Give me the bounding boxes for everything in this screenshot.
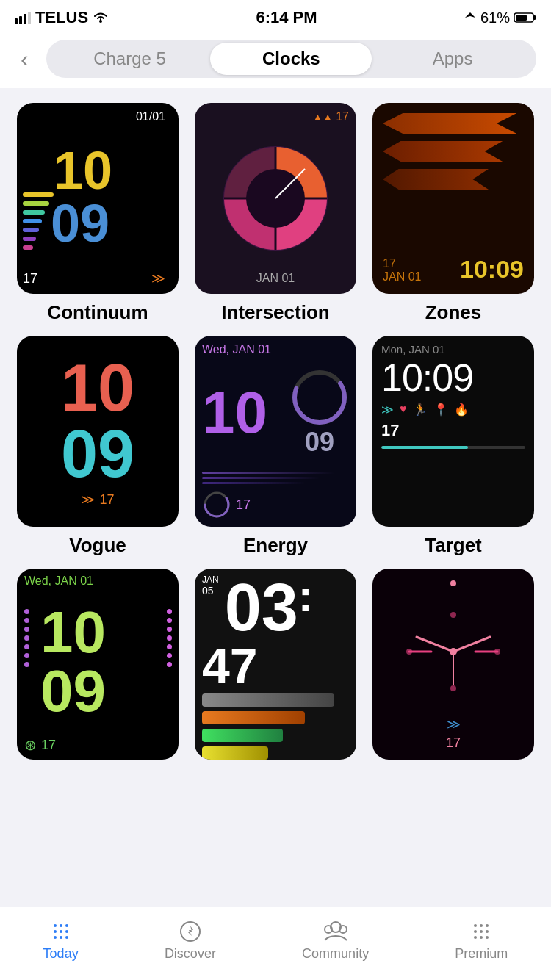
carrier-label: TELUS [35, 8, 88, 27]
sbar-gray [202, 693, 334, 707]
analog-steps: 17 [446, 735, 461, 751]
target-time: 10:09 [381, 356, 525, 400]
svg-point-49 [486, 936, 489, 939]
svg-point-19 [450, 685, 456, 691]
sparks-ring-icon: ⊛ [24, 736, 37, 754]
dot [167, 627, 172, 632]
wave2 [202, 477, 320, 479]
clock-face-analog[interactable]: ≫ 17 [372, 569, 534, 760]
striped-month: JAN [202, 574, 219, 585]
cbar [23, 228, 39, 232]
clock-face-striped[interactable]: JAN 05 03 : 47 ≫ 👟 [195, 569, 356, 760]
energy-steps: 17 [236, 497, 251, 513]
intersection-steps-count: 17 [336, 110, 349, 123]
tab-clocks[interactable]: Clocks [210, 43, 372, 75]
clock-item-continuum[interactable]: 01/01 10 09 [15, 103, 181, 324]
svg-point-35 [65, 936, 68, 939]
clock-item-sparks[interactable]: Wed, JAN 01 [15, 569, 181, 767]
clock-item-intersection[interactable]: ▲▲ 17 [192, 103, 359, 324]
discover-icon [179, 920, 202, 943]
striped-top: JAN 05 03 : [202, 574, 349, 641]
dot [24, 618, 29, 623]
sparks-mins: 09 [40, 662, 171, 721]
zones-left: 17 JAN 01 [383, 257, 421, 284]
clock-label-target: Target [425, 534, 482, 557]
target-icon-pin: 📍 [433, 403, 448, 417]
back-button[interactable]: ‹ [15, 46, 35, 73]
sparks-bottom: ⊛ 17 [24, 736, 171, 754]
dot [24, 635, 29, 641]
dot [167, 635, 172, 641]
target-icon-heart: ♥ [400, 403, 407, 417]
premium-icon [469, 920, 493, 943]
svg-point-27 [54, 924, 57, 927]
striped-bars [202, 693, 349, 760]
clock-face-vogue[interactable]: 10 09 ≫ 17 [17, 336, 179, 527]
clock-label-continuum: Continuum [47, 301, 148, 324]
svg-point-17 [450, 612, 456, 618]
clock-item-zones[interactable]: 17 JAN 01 10:09 Zones [370, 103, 536, 324]
target-icon-chevrons: ≫ [381, 403, 394, 417]
intersection-circle [217, 140, 334, 257]
clock-face-energy[interactable]: Wed, JAN 01 10 09 [195, 336, 356, 527]
clock-label-intersection: Intersection [221, 301, 329, 324]
target-icons: ≫ ♥ 🏃 📍 🔥 [381, 403, 525, 417]
intersection-chevron-icon: ▲▲ [312, 111, 333, 123]
community-icon [323, 920, 349, 943]
dot [167, 644, 172, 649]
status-time: 6:14 PM [256, 8, 317, 27]
intersection-date: JAN 01 [256, 272, 295, 285]
nav-item-today[interactable]: Today [43, 920, 79, 962]
continuum-bars [17, 178, 54, 250]
svg-rect-0 [15, 18, 18, 24]
energy-date: Wed, JAN 01 [202, 343, 349, 356]
nav-item-premium[interactable]: Premium [455, 920, 508, 962]
svg-rect-2 [24, 14, 26, 24]
zones-time: 10:09 [460, 255, 524, 284]
clock-item-striped[interactable]: JAN 05 03 : 47 ≫ 👟 [192, 569, 359, 767]
continuum-time: 10 09 [17, 144, 171, 250]
nav-item-community[interactable]: Community [302, 920, 369, 962]
carrier-signal: TELUS [15, 8, 109, 27]
clock-item-vogue[interactable]: 10 09 ≫ 17 Vogue [15, 336, 181, 557]
clock-face-zones[interactable]: 17 JAN 01 10:09 [372, 103, 534, 294]
clock-label-energy: Energy [243, 534, 308, 557]
nav-bar: ‹ Charge 5 Clocks Apps [0, 32, 551, 88]
clock-face-target[interactable]: Mon, JAN 01 10:09 ≫ ♥ 🏃 📍 🔥 17 [372, 336, 534, 527]
analog-clock-svg [395, 600, 512, 703]
striped-colon: : [298, 574, 313, 619]
tab-apps[interactable]: Apps [372, 43, 533, 75]
svg-rect-7 [516, 15, 527, 21]
nav-item-discover[interactable]: Discover [165, 920, 216, 962]
svg-marker-37 [187, 926, 193, 936]
energy-bottom: 17 [202, 490, 349, 519]
dot [24, 627, 29, 632]
svg-point-30 [54, 930, 57, 933]
svg-point-47 [474, 936, 477, 939]
clock-item-energy[interactable]: Wed, JAN 01 10 09 [192, 336, 359, 557]
energy-right: 09 [290, 368, 349, 458]
vogue-steps: 17 [99, 492, 114, 508]
dot [167, 662, 172, 667]
page-content: 01/01 10 09 [0, 88, 551, 855]
clock-item-analog[interactable]: ≫ 17 [370, 569, 536, 767]
signal-icon [15, 11, 31, 24]
target-icon-run: 🏃 [413, 403, 428, 417]
svg-point-45 [480, 930, 483, 933]
clock-face-sparks[interactable]: Wed, JAN 01 [17, 569, 179, 760]
clock-face-intersection[interactable]: ▲▲ 17 [195, 103, 356, 294]
energy-ring-svg [290, 368, 349, 427]
dot [24, 662, 29, 667]
energy-waves [202, 472, 349, 484]
analog-bottom: ≫ 17 [446, 716, 461, 751]
clock-face-continuum[interactable]: 01/01 10 09 [17, 103, 179, 294]
svg-point-46 [486, 930, 489, 933]
target-date: Mon, JAN 01 [381, 343, 525, 356]
svg-line-21 [417, 637, 453, 652]
nav-label-today: Today [43, 946, 79, 962]
tab-charge5[interactable]: Charge 5 [49, 43, 211, 75]
svg-point-34 [60, 936, 62, 939]
bottom-nav: Today Discover Community Premium [0, 907, 551, 980]
clock-item-target[interactable]: Mon, JAN 01 10:09 ≫ ♥ 🏃 📍 🔥 17 Target [370, 336, 536, 557]
target-bar-container [381, 446, 525, 449]
